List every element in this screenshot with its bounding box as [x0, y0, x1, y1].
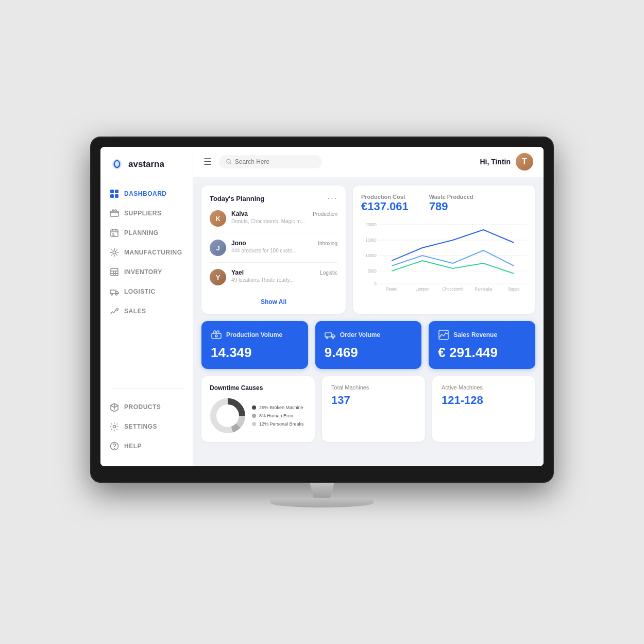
- sidebar-label-sales: SALES: [124, 308, 146, 315]
- sidebar-label-dashboard: DASHBOARD: [124, 190, 167, 197]
- planning-desc-kaiva: Donuts, Chocobomb, Magic m...: [231, 218, 337, 224]
- chart-metrics: Production Cost €137.061 Waste Produced …: [361, 194, 527, 213]
- sidebar-item-logistic[interactable]: LOGISTIC: [100, 282, 193, 301]
- logo-area: avstarna: [100, 157, 193, 184]
- svg-rect-3: [115, 194, 118, 198]
- logo-icon: [110, 157, 124, 172]
- total-machines-value: 137: [331, 394, 416, 407]
- avatar: T: [516, 153, 533, 171]
- svg-rect-32: [325, 333, 332, 337]
- bottom-row: Downtime Causes: [201, 376, 535, 442]
- search-bar[interactable]: [219, 155, 322, 168]
- waste-produced-metric: Waste Produced 789: [429, 194, 473, 213]
- sidebar-item-help[interactable]: HELP: [100, 436, 193, 456]
- kpi-sales-header: Sales Revenue: [438, 329, 526, 341]
- svg-point-6: [113, 251, 116, 254]
- svg-text:10000: 10000: [365, 253, 377, 259]
- dashboard-icon: [110, 189, 119, 198]
- svg-point-14: [227, 160, 230, 163]
- sidebar: avstarna DASHBOARD: [100, 147, 193, 466]
- production-volume-value: 14.349: [211, 345, 299, 361]
- sidebar-item-sales[interactable]: SALES: [100, 301, 193, 321]
- sidebar-label-products: PRODUCTS: [124, 403, 161, 411]
- production-cost-label: Production Cost: [361, 194, 409, 200]
- svg-text:0: 0: [374, 281, 377, 287]
- planning-tag-yael: Logistic: [320, 270, 337, 276]
- logistic-icon: [110, 287, 119, 296]
- total-machines-label: Total Machines: [331, 384, 416, 391]
- svg-point-40: [217, 405, 238, 426]
- svg-text:Pastel: Pastel: [386, 286, 397, 292]
- kpi-order-header: Order Volume: [325, 329, 413, 341]
- planning-name-row-kaiva: Kaiva Production: [231, 210, 337, 217]
- search-input[interactable]: [235, 158, 315, 165]
- planning-name-yael: Yael: [231, 269, 244, 276]
- stand-neck: [301, 483, 343, 498]
- sidebar-item-dashboard[interactable]: DASHBOARD: [100, 184, 193, 204]
- legend-dot-broken: [252, 405, 256, 410]
- sidebar-item-products[interactable]: PRODUCTS: [100, 397, 193, 417]
- kpi-production-header: Production Volume: [211, 329, 299, 341]
- topbar: ☰ Hi, Tintin T: [193, 147, 544, 177]
- svg-text:15000: 15000: [365, 238, 377, 243]
- show-all-button[interactable]: Show All: [210, 298, 337, 306]
- planning-name-row-yael: Yael Logistic: [231, 269, 337, 276]
- planning-card: Today's Planning ··· K Kaiva Production: [201, 185, 346, 314]
- sidebar-label-logistic: LOGISTIC: [124, 288, 156, 295]
- topbar-left: ☰: [204, 155, 322, 168]
- topbar-right: Hi, Tintin T: [480, 153, 533, 171]
- svg-rect-4: [110, 211, 118, 216]
- sidebar-item-planning[interactable]: PLANNING: [100, 223, 193, 243]
- settings-icon: [110, 422, 119, 431]
- svg-rect-35: [439, 330, 448, 340]
- planning-item-jono: J Jono Inboxing 444 products for 100 cus…: [210, 240, 337, 263]
- order-volume-label: Order Volume: [340, 331, 380, 338]
- manufacturing-icon: [110, 248, 119, 257]
- hamburger-icon[interactable]: ☰: [204, 156, 212, 167]
- legend-dot-human: [252, 414, 256, 418]
- planning-desc-jono: 444 products for 100 custo...: [231, 248, 337, 253]
- svg-text:5000: 5000: [368, 268, 377, 274]
- sales-revenue-value: € 291.449: [438, 345, 526, 361]
- production-cost-metric: Production Cost €137.061: [361, 194, 409, 213]
- svg-point-33: [326, 337, 328, 338]
- line-chart: 20000 15000 10000 5000 0 Pastel Lemper C…: [361, 219, 527, 292]
- legend-label-human: 8% Human Error: [259, 413, 294, 418]
- sidebar-label-planning: PLANNING: [124, 229, 159, 236]
- kpi-sales-revenue: Sales Revenue € 291.449: [429, 321, 535, 369]
- svg-text:Pannkaka: Pannkaka: [474, 286, 492, 292]
- sidebar-item-settings[interactable]: SETTINGS: [100, 417, 193, 436]
- kpi-order-volume: Order Volume 9.469: [315, 321, 422, 369]
- planning-info-kaiva: Kaiva Production Donuts, Chocobomb, Magi…: [231, 210, 337, 224]
- sidebar-item-suppliers[interactable]: SUPPLIERS: [100, 204, 193, 223]
- svg-point-10: [116, 294, 117, 295]
- planning-name-jono: Jono: [231, 240, 246, 247]
- sidebar-item-inventory[interactable]: INVENTORY: [100, 262, 193, 282]
- donut-chart: [210, 398, 246, 434]
- svg-rect-1: [115, 190, 118, 193]
- nav-main: DASHBOARD SUPPLIERS: [100, 184, 193, 384]
- legend-dot-breaks: [252, 422, 256, 426]
- chart-card: Production Cost €137.061 Waste Produced …: [353, 185, 535, 314]
- svg-text:Chocobomb: Chocobomb: [442, 286, 463, 292]
- downtime-legend: 25% Broken Machine 8% Human Error 12% Pe…: [252, 405, 304, 427]
- active-machines-label: Active Machines: [442, 384, 526, 391]
- sidebar-label-suppliers: SUPPLIERS: [124, 210, 162, 217]
- dashboard-body: Today's Planning ··· K Kaiva Production: [193, 177, 544, 466]
- planning-dots-menu[interactable]: ···: [328, 194, 337, 203]
- planning-card-header: Today's Planning ···: [210, 194, 337, 203]
- svg-point-34: [332, 337, 333, 338]
- sidebar-item-manufacturing[interactable]: MANUFACTURING: [100, 243, 193, 262]
- svg-rect-2: [110, 194, 114, 198]
- help-icon: [110, 442, 119, 451]
- planning-tag-kaiva: Production: [313, 211, 337, 217]
- production-volume-icon: [211, 329, 222, 341]
- machines-area: Total Machines 137 Active Machines 121-1…: [322, 376, 535, 442]
- svg-rect-30: [212, 333, 221, 338]
- suppliers-icon: [110, 209, 119, 218]
- planning-icon: [110, 228, 119, 238]
- order-volume-value: 9.469: [325, 345, 413, 361]
- nav-bottom: PRODUCTS SETTINGS: [100, 397, 193, 456]
- avatar-kaiva: K: [210, 210, 226, 227]
- sidebar-label-manufacturing: MANUFACTURING: [124, 249, 182, 256]
